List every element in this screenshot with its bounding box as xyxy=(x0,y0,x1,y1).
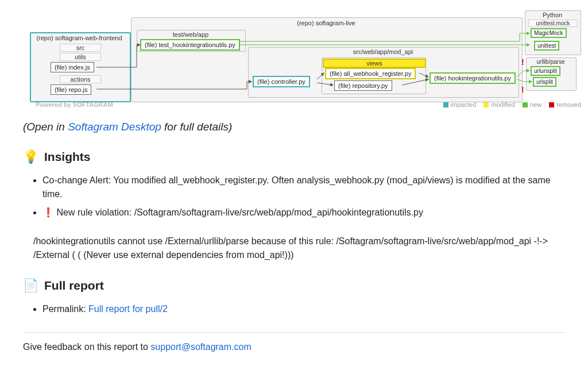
file-all-webhook: (file) all_webhook_register.py xyxy=(325,68,416,79)
views-title: views xyxy=(323,59,426,68)
powered-by: Powered by SOFTAGRAM xyxy=(36,101,113,108)
permalink-item: Permalink: Full report for pull/2 xyxy=(42,302,565,316)
insight-violation-detail: /hookintegrationutils cannot use /Extern… xyxy=(33,234,565,262)
divider xyxy=(23,332,565,333)
urlunsplit: urlunsplit xyxy=(531,66,560,76)
violation-icon: ! xyxy=(521,57,524,67)
file-index-js: (file) index.js xyxy=(51,62,94,72)
legend: impacted modified new removed xyxy=(438,101,581,109)
insights-heading: 💡Insights xyxy=(23,149,565,164)
permalink-link[interactable]: Full report for pull/2 xyxy=(88,304,168,314)
open-in-desktop: (Open in Softagram Desktop for full deta… xyxy=(23,121,565,133)
insight-violation: ❗ New rule violation: /Softagram/softagr… xyxy=(42,206,565,220)
src-label: src xyxy=(60,44,101,52)
magicmock: MagicMock xyxy=(531,28,567,38)
insights-list: Co-change Alert: You modified all_webhoo… xyxy=(23,174,565,220)
permalink-label: Permalink: xyxy=(42,304,88,314)
actions-label: actions xyxy=(60,75,101,83)
softagram-desktop-link[interactable]: Softagram Desktop xyxy=(68,121,161,133)
file-hookutils: (file) hookintegrationutils.py xyxy=(430,72,516,84)
insight-violation-text: New rule violation: /Softagram/softagram… xyxy=(56,207,423,217)
legend-modified: modified xyxy=(491,101,515,108)
full-report-heading: 📄Full report xyxy=(23,278,565,293)
unittest: unittest xyxy=(534,41,559,51)
unittest-mock: unittest.mock xyxy=(528,20,578,27)
legend-impacted: impacted xyxy=(451,101,477,108)
open-prefix: (Open in xyxy=(23,121,68,133)
insights-title: Insights xyxy=(44,150,91,164)
file-repo-js: (file) repo.js xyxy=(51,84,91,95)
file-test-hookutils: (file) test_hookintegrationutils.py xyxy=(140,39,240,51)
exclaim-icon: ❗ xyxy=(42,207,54,217)
utils-label: utils xyxy=(60,53,101,61)
legend-new: new xyxy=(530,101,541,108)
repo-live-title: (repo) softagram-live xyxy=(131,20,521,26)
feedback-line: Give feedback on this report to support@… xyxy=(23,342,565,352)
report-list: Permalink: Full report for pull/2 xyxy=(23,302,565,316)
test-section-title: test/web/app xyxy=(137,31,245,38)
file-repository: (file) repository.py xyxy=(334,80,392,91)
mod-api-title: src/web/app/mod_api xyxy=(248,48,518,55)
page-icon: 📄 xyxy=(23,278,38,293)
legend-removed: removed xyxy=(556,101,581,108)
feedback-text: Give feedback on this report to xyxy=(23,342,150,352)
feedback-email-link[interactable]: support@softagram.com xyxy=(150,342,251,352)
repo-frontend-title: (repo) softagram-web-frontend xyxy=(31,34,127,41)
bulb-icon: 💡 xyxy=(23,149,38,164)
violation-icon-2: ! xyxy=(521,85,524,94)
dependency-diagram: (repo) softagram-web-frontend src utils … xyxy=(0,0,588,109)
urlsplit: urlsplit xyxy=(533,77,556,87)
file-controller: (file) controller.py xyxy=(253,76,310,87)
open-suffix: for full details) xyxy=(161,121,233,133)
full-report-title: Full report xyxy=(44,279,104,293)
insight-cochange: Co-change Alert: You modified all_webhoo… xyxy=(42,174,565,201)
urllib-parse: urllib/parse xyxy=(526,59,575,65)
python-title: Python xyxy=(525,11,580,18)
